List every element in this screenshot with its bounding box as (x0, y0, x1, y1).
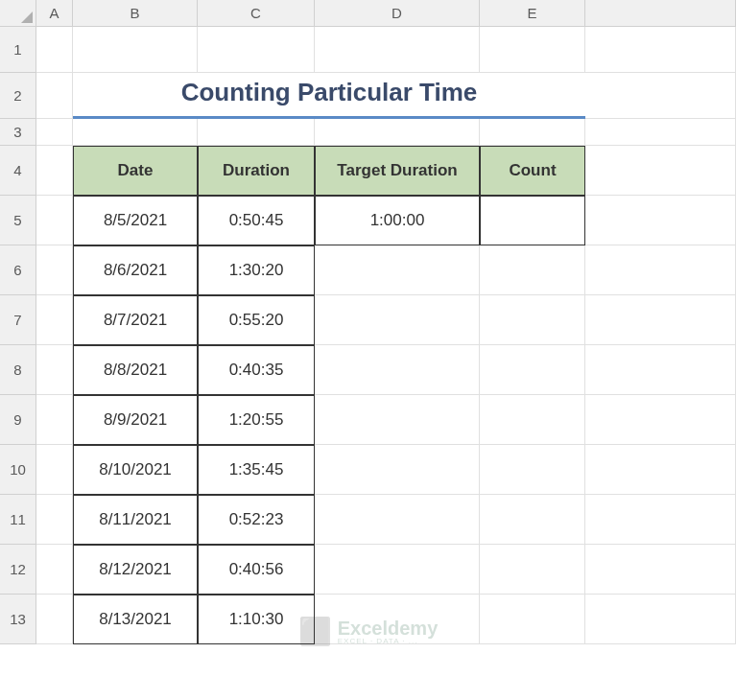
cell-C1[interactable] (198, 27, 315, 73)
cell-A10[interactable] (36, 445, 73, 495)
row-header-5[interactable]: 5 (0, 196, 36, 245)
cell-D3[interactable] (315, 119, 480, 146)
cell-duration-1[interactable]: 1:30:20 (198, 245, 315, 295)
row-header-9[interactable]: 9 (0, 395, 36, 445)
col-header-C[interactable]: C (198, 0, 315, 27)
row-header-10[interactable]: 10 (0, 445, 36, 495)
cell-blank-7 (585, 295, 736, 345)
cell-blank-9 (585, 395, 736, 445)
cell-E11[interactable] (480, 495, 585, 545)
cell-date-5[interactable]: 8/10/2021 (73, 445, 198, 495)
cell-D12[interactable] (315, 545, 480, 595)
row-header-7[interactable]: 7 (0, 295, 36, 345)
header-duration[interactable]: Duration (198, 146, 315, 196)
row-header-13[interactable]: 13 (0, 595, 36, 644)
cell-blank-12 (585, 545, 736, 595)
cell-A9[interactable] (36, 395, 73, 445)
cell-blank-1 (585, 27, 736, 73)
cell-blank-4 (585, 146, 736, 196)
cell-E13[interactable] (480, 595, 585, 644)
col-header-A[interactable]: A (36, 0, 73, 27)
title-cell[interactable]: Counting Particular Time (73, 73, 585, 119)
cell-D11[interactable] (315, 495, 480, 545)
cell-D8[interactable] (315, 345, 480, 395)
spreadsheet-grid: A B C D E 1 2 Counting Particular Time 3… (0, 0, 736, 700)
row-header-11[interactable]: 11 (0, 495, 36, 545)
cell-duration-2[interactable]: 0:55:20 (198, 295, 315, 345)
cell-A3[interactable] (36, 119, 73, 146)
cell-A5[interactable] (36, 196, 73, 245)
cell-blank-6 (585, 245, 736, 295)
cell-E7[interactable] (480, 295, 585, 345)
cell-D10[interactable] (315, 445, 480, 495)
cell-A12[interactable] (36, 545, 73, 595)
row-header-2[interactable]: 2 (0, 73, 36, 119)
cell-blank-10 (585, 445, 736, 495)
cell-E1[interactable] (480, 27, 585, 73)
cell-duration-4[interactable]: 1:20:55 (198, 395, 315, 445)
cell-D7[interactable] (315, 295, 480, 345)
cell-blank-3 (585, 119, 736, 146)
row-header-6[interactable]: 6 (0, 245, 36, 295)
cell-date-6[interactable]: 8/11/2021 (73, 495, 198, 545)
cell-duration-6[interactable]: 0:52:23 (198, 495, 315, 545)
cell-duration-8[interactable]: 1:10:30 (198, 595, 315, 644)
header-target[interactable]: Target Duration (315, 146, 480, 196)
cell-A4[interactable] (36, 146, 73, 196)
col-header-E[interactable]: E (480, 0, 585, 27)
cell-E3[interactable] (480, 119, 585, 146)
cell-A11[interactable] (36, 495, 73, 545)
cell-date-4[interactable]: 8/9/2021 (73, 395, 198, 445)
cell-blank-11 (585, 495, 736, 545)
cell-duration-7[interactable]: 0:40:56 (198, 545, 315, 595)
cell-D9[interactable] (315, 395, 480, 445)
cell-E10[interactable] (480, 445, 585, 495)
cell-B1[interactable] (73, 27, 198, 73)
cell-duration-3[interactable]: 0:40:35 (198, 345, 315, 395)
cell-date-3[interactable]: 8/8/2021 (73, 345, 198, 395)
header-date[interactable]: Date (73, 146, 198, 196)
select-all-corner[interactable] (0, 0, 36, 27)
cell-duration-0[interactable]: 0:50:45 (198, 196, 315, 245)
cell-A6[interactable] (36, 245, 73, 295)
cell-D1[interactable] (315, 27, 480, 73)
cell-blank-5 (585, 196, 736, 245)
cell-E6[interactable] (480, 245, 585, 295)
cell-A13[interactable] (36, 595, 73, 644)
cell-D6[interactable] (315, 245, 480, 295)
row-header-1[interactable]: 1 (0, 27, 36, 73)
col-header-B[interactable]: B (73, 0, 198, 27)
col-header-blank (585, 0, 736, 27)
cell-blank-8 (585, 345, 736, 395)
cell-target-duration[interactable]: 1:00:00 (315, 196, 480, 245)
row-header-3[interactable]: 3 (0, 119, 36, 146)
cell-A8[interactable] (36, 345, 73, 395)
cell-date-8[interactable]: 8/13/2021 (73, 595, 198, 644)
row-header-4[interactable]: 4 (0, 146, 36, 196)
cell-E9[interactable] (480, 395, 585, 445)
cell-A1[interactable] (36, 27, 73, 73)
header-count[interactable]: Count (480, 146, 585, 196)
cell-date-7[interactable]: 8/12/2021 (73, 545, 198, 595)
cell-A2[interactable] (36, 73, 73, 119)
cell-E12[interactable] (480, 545, 585, 595)
cell-E8[interactable] (480, 345, 585, 395)
cell-B3[interactable] (73, 119, 198, 146)
cell-date-2[interactable]: 8/7/2021 (73, 295, 198, 345)
cell-count[interactable] (480, 196, 585, 245)
cell-date-0[interactable]: 8/5/2021 (73, 196, 198, 245)
cell-A7[interactable] (36, 295, 73, 345)
cell-date-1[interactable]: 8/6/2021 (73, 245, 198, 295)
cell-blank-2 (585, 73, 736, 119)
col-header-D[interactable]: D (315, 0, 480, 27)
cell-C3[interactable] (198, 119, 315, 146)
cell-D13[interactable] (315, 595, 480, 644)
row-header-8[interactable]: 8 (0, 345, 36, 395)
cell-blank-13 (585, 595, 736, 644)
row-header-12[interactable]: 12 (0, 545, 36, 595)
cell-duration-5[interactable]: 1:35:45 (198, 445, 315, 495)
